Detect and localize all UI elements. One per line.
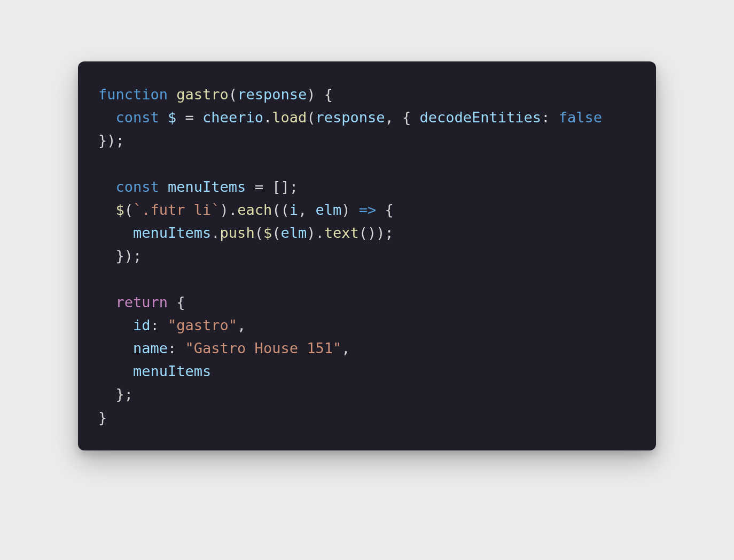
code-token-var-name: $ <box>168 109 176 126</box>
code-token-punct: (( <box>272 201 290 218</box>
code-token-method: load <box>272 109 307 126</box>
code-token-punct: . <box>211 224 220 241</box>
code-token-kw-function: function <box>98 86 168 103</box>
code-token-punct: { <box>168 294 185 310</box>
code-token-punct: } <box>98 409 107 426</box>
code-token-punct: }); <box>98 247 142 264</box>
code-token-var-name: menuItems <box>133 363 211 379</box>
code-token-fn-name: gastro <box>176 86 229 103</box>
code-token-var-name: menuItems <box>168 178 246 195</box>
code-token-punct: : <box>168 340 185 356</box>
code-snippet-card: function gastro(response) { const $ = ch… <box>78 61 656 450</box>
code-token-punct <box>98 224 133 241</box>
code-token-punct: }; <box>98 386 133 402</box>
code-token-punct: : <box>151 317 168 333</box>
code-token-punct: , <box>237 317 246 333</box>
code-token-punct: { <box>376 201 394 218</box>
code-token-method: each <box>237 201 272 218</box>
code-token-prop: name <box>133 340 168 356</box>
code-token-punct <box>98 340 133 356</box>
code-token-var-name: menuItems <box>133 224 211 241</box>
code-token-method: text <box>324 224 359 241</box>
code-token-var-name: i <box>290 201 298 218</box>
code-token-punct <box>98 109 116 126</box>
code-token-punct: ). <box>220 201 238 218</box>
code-token-prop: decodeEntities <box>420 109 542 126</box>
code-token-punct: = <box>176 109 202 126</box>
code-token-punct: ( <box>124 201 133 218</box>
code-token-punct <box>159 178 168 195</box>
code-token-punct: : <box>541 109 559 126</box>
code-token-punct: . <box>263 109 272 126</box>
code-token-string: "gastro" <box>168 317 237 333</box>
code-token-punct <box>98 363 133 379</box>
code-token-punct: ( <box>307 109 315 126</box>
code-token-punct: ( <box>272 224 280 241</box>
code-token-method: push <box>220 224 255 241</box>
code-token-punct: ) { <box>307 86 333 103</box>
code-token-punct: ( <box>229 86 237 103</box>
code-token-var-name: elm <box>280 224 307 241</box>
code-block[interactable]: function gastro(response) { const $ = ch… <box>98 83 636 429</box>
code-token-punct <box>168 86 176 103</box>
code-token-punct: ( <box>255 224 263 241</box>
code-token-punct: = []; <box>246 178 298 195</box>
code-token-punct <box>159 109 168 126</box>
code-token-punct: , <box>341 340 350 356</box>
code-token-punct: ()); <box>359 224 394 241</box>
code-token-punct <box>98 178 116 195</box>
code-token-punct: ) <box>341 201 359 218</box>
code-token-punct <box>98 317 133 333</box>
code-token-string: "Gastro House 151" <box>185 340 342 356</box>
code-token-punct: ). <box>307 224 324 241</box>
code-token-prop: id <box>133 317 151 333</box>
code-token-template: `.futr li` <box>133 201 220 218</box>
code-token-punct: , <box>298 201 316 218</box>
code-token-var-name: response <box>315 109 385 126</box>
code-token-punct <box>98 294 116 310</box>
code-token-kw-false: false <box>559 109 602 126</box>
code-token-var-name: cheerio <box>202 109 263 126</box>
code-token-method: $ <box>116 201 124 218</box>
code-token-kw-const: const <box>116 109 159 126</box>
code-token-var-name: elm <box>315 201 341 218</box>
code-token-var-name: response <box>237 86 307 103</box>
code-token-punct <box>98 201 116 218</box>
code-token-arrow: => <box>359 201 377 218</box>
code-token-kw-const: const <box>116 178 159 195</box>
code-token-punct: , { <box>385 109 420 126</box>
code-token-kw-return: return <box>116 294 168 310</box>
code-token-method: $ <box>263 224 272 241</box>
